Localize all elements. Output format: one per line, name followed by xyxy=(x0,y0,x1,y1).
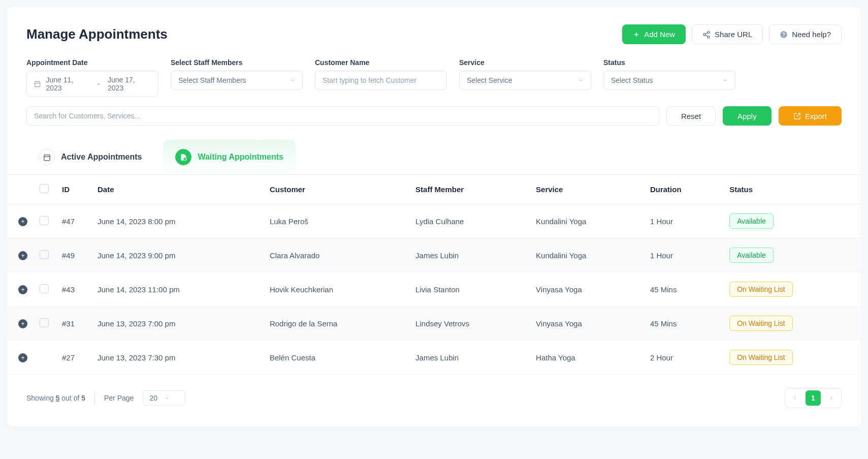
cell-customer: Belén Cuesta xyxy=(264,341,409,375)
cell-staff: Lindsey Vetrovs xyxy=(409,307,530,341)
tab-waiting-appointments[interactable]: Waiting Appointments xyxy=(163,140,296,174)
reset-button[interactable]: Reset xyxy=(666,106,716,126)
cell-duration: 45 Mins xyxy=(644,272,723,307)
svg-point-4 xyxy=(708,36,710,38)
action-row: Reset Apply Export xyxy=(26,106,842,126)
cell-date: June 14, 2023 11:00 pm xyxy=(91,272,264,307)
per-page-value: 20 xyxy=(149,394,157,402)
cell-staff: James Lubin xyxy=(409,341,530,375)
cell-date: June 13, 2023 7:30 pm xyxy=(91,341,264,375)
svg-point-3 xyxy=(703,34,705,36)
row-checkbox[interactable] xyxy=(40,284,49,293)
staff-label: Select Staff Members xyxy=(171,58,303,67)
cell-date: June 13, 2023 7:00 pm xyxy=(91,307,264,341)
add-new-button[interactable]: Add New xyxy=(622,24,686,44)
table-footer: Showing 5 out of 5 Per Page 20 1 xyxy=(7,375,861,426)
status-select[interactable]: Select Status xyxy=(603,71,735,90)
export-button[interactable]: Export xyxy=(779,106,842,126)
select-all-checkbox[interactable] xyxy=(40,184,49,193)
expand-row-button[interactable]: + xyxy=(18,251,27,260)
row-checkbox[interactable] xyxy=(40,318,49,327)
status-label: Status xyxy=(603,58,735,67)
page-1-label: 1 xyxy=(811,394,815,402)
search-input[interactable] xyxy=(34,112,652,120)
apply-button[interactable]: Apply xyxy=(723,106,771,126)
table-row: +#47June 14, 2023 8:00 pmLuka PerošLydia… xyxy=(7,204,861,238)
cell-duration: 2 Hour xyxy=(644,341,723,375)
calendar-icon xyxy=(34,80,41,87)
showing-prefix: Showing xyxy=(26,394,56,402)
cell-id: #27 xyxy=(56,341,91,375)
date-sep: - xyxy=(97,80,100,88)
date-range-picker[interactable]: June 11, 2023 - June 17, 2023 xyxy=(26,71,158,97)
cell-service: Kundalini Yoga xyxy=(530,204,644,238)
col-customer: Customer xyxy=(264,175,409,204)
cell-service: Kundalini Yoga xyxy=(530,238,644,272)
svg-line-5 xyxy=(705,35,708,37)
col-duration: Duration xyxy=(644,175,723,204)
apply-label: Apply xyxy=(737,112,757,120)
filter-staff: Select Staff Members Select Staff Member… xyxy=(171,58,303,97)
page-1[interactable]: 1 xyxy=(806,390,821,406)
reset-label: Reset xyxy=(681,112,701,120)
table-row: +#27June 13, 2023 7:30 pmBelén CuestaJam… xyxy=(7,341,861,375)
cell-id: #47 xyxy=(56,204,91,238)
expand-row-button[interactable]: + xyxy=(18,217,27,226)
need-help-button[interactable]: Need help? xyxy=(769,24,842,44)
expand-row-button[interactable]: + xyxy=(18,353,27,362)
status-badge: On Waiting List xyxy=(729,282,792,297)
header-section: Manage Appointments Add New Share URL Ne… xyxy=(7,7,861,126)
expand-row-button[interactable]: + xyxy=(18,319,27,328)
footer-left: Showing 5 out of 5 Per Page 20 xyxy=(26,390,185,406)
chevron-down-icon xyxy=(290,78,295,83)
row-checkbox[interactable] xyxy=(40,216,49,225)
cell-duration: 1 Hour xyxy=(644,238,723,272)
calendar-icon xyxy=(39,149,55,165)
cell-id: #49 xyxy=(56,238,91,272)
col-id: ID xyxy=(56,175,91,204)
chevron-right-icon xyxy=(829,395,834,401)
col-staff: Staff Member xyxy=(409,175,530,204)
help-icon xyxy=(780,30,788,39)
status-badge: Available xyxy=(729,213,774,229)
tab-active-appointments[interactable]: Active Appointments xyxy=(26,140,154,174)
per-page-label: Per Page xyxy=(104,394,134,402)
page-prev[interactable] xyxy=(787,390,802,406)
expand-row-button[interactable]: + xyxy=(18,285,27,294)
svg-rect-9 xyxy=(35,82,40,87)
divider xyxy=(94,391,95,405)
showing-mid: out of xyxy=(59,394,81,402)
col-check xyxy=(34,175,56,204)
col-status: Status xyxy=(723,175,861,204)
cell-service: Vinyasa Yoga xyxy=(530,307,644,341)
cell-date: June 14, 2023 9:00 pm xyxy=(91,238,264,272)
export-icon xyxy=(793,112,801,120)
table-row: +#49June 14, 2023 9:00 pmClara AlvaradoJ… xyxy=(7,238,861,272)
row-checkbox[interactable] xyxy=(40,250,49,259)
showing-text: Showing 5 out of 5 xyxy=(26,394,85,402)
staff-select[interactable]: Select Staff Members xyxy=(171,71,303,90)
per-page-select[interactable]: 20 xyxy=(143,390,185,406)
status-placeholder: Select Status xyxy=(611,76,653,84)
cell-staff: James Lubin xyxy=(409,238,530,272)
share-url-label: Share URL xyxy=(715,30,752,39)
tab-waiting-label: Waiting Appointments xyxy=(198,152,283,162)
share-url-button[interactable]: Share URL xyxy=(692,24,763,44)
cell-staff: Lydia Culhane xyxy=(409,204,530,238)
service-select[interactable]: Select Service xyxy=(459,71,591,90)
status-badge: On Waiting List xyxy=(729,350,792,365)
svg-line-6 xyxy=(705,33,708,34)
cell-customer: Hovik Keuchkerian xyxy=(264,272,409,307)
page-title: Manage Appointments xyxy=(26,26,168,42)
pagination: 1 xyxy=(785,388,842,408)
customer-input[interactable] xyxy=(323,76,439,84)
svg-rect-14 xyxy=(44,155,49,160)
filter-date: Appointment Date June 11, 2023 - June 17… xyxy=(26,58,158,97)
date-start: June 11, 2023 xyxy=(46,76,89,92)
cell-id: #31 xyxy=(56,307,91,341)
page-next[interactable] xyxy=(824,390,839,406)
share-icon xyxy=(702,30,711,39)
export-label: Export xyxy=(805,112,827,120)
cell-id: #43 xyxy=(56,272,91,307)
svg-point-7 xyxy=(781,31,787,38)
